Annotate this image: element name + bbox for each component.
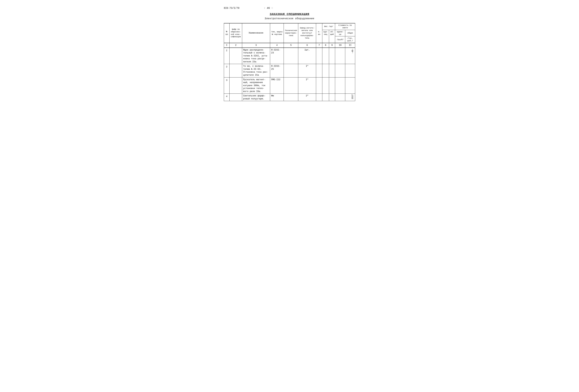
row2-cipher [229, 64, 242, 77]
col-header-cost-unit2: /рууб/ [335, 36, 345, 43]
page-number: - 46 - [239, 7, 297, 10]
col-header-tech: Техническаяхарактерис-тика [284, 23, 298, 43]
col-header-cost-unit: едини-цн [335, 30, 345, 36]
table-row: 4 Светильник фарфо-ровый полуугерм. Фм 2… [224, 94, 355, 101]
row4-manuf: 2" [298, 94, 316, 101]
row4-wt-total [329, 94, 335, 101]
row3-wt-total [329, 77, 335, 94]
row1-manuf: Iшт. [298, 48, 316, 64]
col-header-wt: Вес /кр/ [322, 23, 335, 30]
row3-wt-unit [322, 77, 329, 94]
col-header-wt-total2 [329, 36, 335, 43]
col-n8: 8 [322, 43, 329, 48]
col-header-cost-total: общая [345, 30, 355, 36]
col-header-name: Наименование [242, 23, 270, 43]
col-header-type: Тип, марка№ чертежа [270, 23, 284, 43]
row4-cost-total: 3537 [345, 94, 355, 101]
row4-type: Фм [270, 94, 284, 101]
col-n7: 7 [316, 43, 322, 48]
row4-num: 4 [224, 94, 229, 101]
row2-wt-unit [322, 64, 329, 77]
row4-name: Светильник фарфо-ровый полуугерм. [242, 94, 270, 101]
row2-name: То же, с включа-телем А-3I-63.Установка … [242, 64, 270, 77]
col-n1: I [224, 43, 229, 48]
row4-tech [284, 94, 298, 101]
row3-name: Пускатель магнит-ный, напряжениекатушки … [242, 77, 270, 94]
col-n9: 9 [329, 43, 335, 48]
row3-num: 3 [224, 77, 229, 94]
col-header-cipher: Шифр пообщесоюз-ной клас-сификации [229, 23, 242, 43]
row4-qty [316, 94, 322, 101]
row3-cost-total [345, 77, 355, 94]
row1-wt-total [329, 48, 335, 64]
col-header-wt-unit: еди-ниц [322, 30, 329, 36]
col-n11: II [345, 43, 355, 48]
col-header-manuf: Завод-изгото-витель илиинститууткалькоде… [298, 23, 316, 43]
row2-qty [316, 64, 322, 77]
col-n4: 4 [270, 43, 284, 48]
row4-cost-unit [335, 94, 345, 101]
row2-type: Я-3I63-25 [270, 64, 284, 77]
spec-table: № пп Шифр пообщесоюз-ной клас-сификации … [224, 23, 355, 101]
row3-qty [316, 77, 322, 94]
table-row: 2 То же, с включа-телем А-3I-63.Установк… [224, 64, 355, 77]
col-header-wt-total: об-щий [329, 30, 335, 36]
row1-cost-total: -46- [345, 48, 355, 64]
subtitle: Электротехническое оборудование [224, 17, 355, 20]
row2-cost-total [345, 64, 355, 77]
row1-name: Ящик распредели-тельный с включа-телем А… [242, 48, 270, 64]
row1-qty [316, 48, 322, 64]
doc-number: 8I6-73/I/70 [224, 7, 239, 9]
row1-type: Я-3I6I-23 [270, 48, 284, 64]
table-row: I Ящик распредели-тельный с включа-телем… [224, 48, 355, 64]
row1-cost-unit [335, 48, 345, 64]
col-header-wt-unit2 [322, 36, 329, 43]
col-header-num: № пп [224, 23, 229, 43]
row2-num: 2 [224, 64, 229, 77]
row1-num: I [224, 48, 229, 64]
row1-cipher [229, 48, 242, 64]
col-header-qty: К-во [316, 23, 322, 43]
row3-cost-unit [335, 77, 345, 94]
row3-manuf: I" [298, 77, 316, 94]
row2-wt-total [329, 64, 335, 77]
row4-wt-unit [322, 94, 329, 101]
row2-tech [284, 64, 298, 77]
table-row: 3 Пускатель магнит-ный, напряжениекатушк… [224, 77, 355, 94]
col-n6: 6 [298, 43, 316, 48]
table-header-row1: № пп Шифр пообщесоюз-ной клас-сификации … [224, 23, 355, 30]
row3-tech [284, 77, 298, 94]
col-n3: 3 [242, 43, 270, 48]
col-header-cost-total2: /тнс.руб./ [345, 36, 355, 43]
row1-tech [284, 48, 298, 64]
row2-cost-unit [335, 64, 345, 77]
row2-manuf: I" [298, 64, 316, 77]
row3-type: ПМЕ-I22 [270, 77, 284, 94]
row4-cipher [229, 94, 242, 101]
col-n10: IO [335, 43, 345, 48]
table-col-numbers: I 2 3 4 5 6 7 8 9 IO II [224, 43, 355, 48]
row3-cipher [229, 77, 242, 94]
row1-wt-unit [322, 48, 329, 64]
col-n2: 2 [229, 43, 242, 48]
col-header-cost: Стоимость по смете [335, 23, 355, 30]
main-title: ЗАКАЗНАЯ СПЕЦИФИКАЦИЯ [224, 13, 355, 16]
col-n5: 5 [284, 43, 298, 48]
